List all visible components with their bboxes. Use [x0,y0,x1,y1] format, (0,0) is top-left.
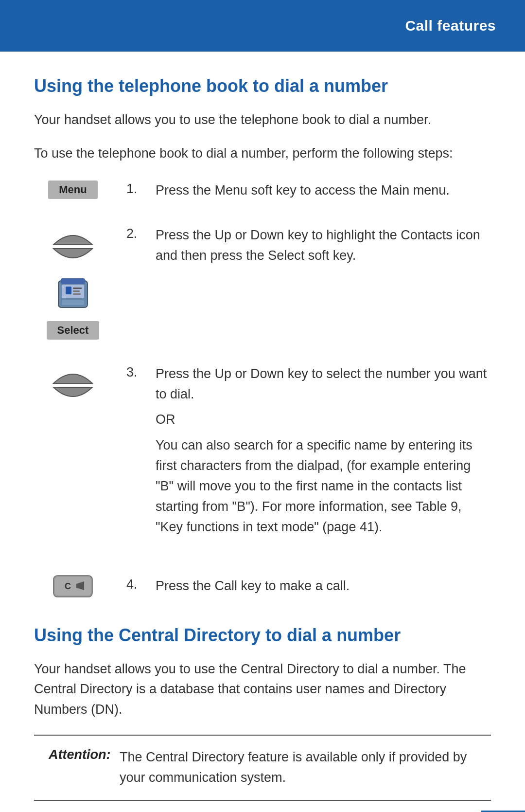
attention-label: Attention: [49,747,112,762]
section1-heading: Using the telephone book to dial a numbe… [34,76,491,96]
step3-extra-text: You can also search for a specific name … [156,435,491,537]
up-key-svg [49,225,97,246]
svg-rect-4 [66,287,71,294]
main-content: Using the telephone book to dial a numbe… [0,52,525,812]
step3-nav-key-icon [49,364,97,407]
key-functions-link[interactable]: "Key functions in text mode" (page 41). [156,520,382,534]
menu-button-icon: Menu [48,180,97,199]
contacts-book-svg [51,276,95,315]
step2-icon: Select [34,225,112,340]
nav-key-up-icon [49,225,97,268]
section1-intro: Your handset allows you to use the telep… [34,110,491,130]
header-title: Call features [405,18,496,34]
step-3: 3. Press the Up or Down key to select th… [34,364,491,547]
step3-down-svg [49,386,97,407]
step1-content: 1. Press the Menu soft key to access the… [126,180,491,201]
svg-rect-6 [73,290,80,292]
step4-number: 4. [126,576,146,592]
header-bar: Call features [0,0,525,52]
section2: Using the Central Directory to dial a nu… [34,625,491,801]
svg-text:C: C [65,581,71,591]
step4-call-ref: Call [215,578,238,593]
step-1: Menu 1. Press the Menu soft key to acces… [34,180,491,201]
step-2: Select 2. Press the Up or Down key to hi… [34,225,491,340]
or-text: OR [156,410,491,430]
step3-down-ref: Down [250,366,284,381]
down-key-svg [49,248,97,268]
step3-content: 3. Press the Up or Down key to select th… [126,364,491,547]
call-key-svg: C [51,572,95,601]
step-4: C 4. Press the Call key to make a call. [34,572,491,601]
step1-main-ref: Main [381,183,410,198]
contacts-icon [51,276,95,318]
step2-number: 2. [126,225,146,241]
select-button-icon: Select [47,321,100,340]
step1-number: 1. [126,180,146,197]
step3-up-svg [49,364,97,384]
step2-content: 2. Press the Up or Down key to highlight… [126,225,491,266]
svg-rect-7 [73,293,81,295]
attention-box: Attention: The Central Directory feature… [34,735,491,801]
steps-container: Menu 1. Press the Menu soft key to acces… [34,180,491,601]
step2-up-ref: Up [215,228,232,242]
step2-select-ref: Select [268,248,304,263]
step4-icon: C [34,572,112,601]
step3-text: Press the Up or Down key to select the n… [156,364,491,547]
step1-menu-ref: Menu [215,183,248,198]
svg-rect-3 [62,300,84,305]
svg-rect-1 [61,278,85,284]
step4-content: 4. Press the Call key to make a call. [126,576,491,596]
step4-text: Press the Call key to make a call. [156,576,491,596]
step3-main-text: Press the Up or Down key to select the n… [156,364,491,405]
steps-intro: To use the telephone book to dial a numb… [34,144,491,163]
step3-number: 3. [126,364,146,380]
step2-contacts-ref: Contacts [401,228,453,242]
step1-text: Press the Menu soft key to access the Ma… [156,180,491,201]
svg-rect-9 [55,577,91,595]
attention-text: The Central Directory feature is availab… [120,747,476,788]
section2-intro: Your handset allows you to use the Centr… [34,659,491,721]
step2-text: Press the Up or Down key to highlight th… [156,225,491,266]
svg-rect-5 [73,288,82,289]
step1-icon: Menu [34,180,112,199]
step3-icon [34,364,112,407]
step3-up-ref: Up [215,366,232,381]
section2-heading: Using the Central Directory to dial a nu… [34,625,491,646]
step2-down-ref: Down [250,228,284,242]
